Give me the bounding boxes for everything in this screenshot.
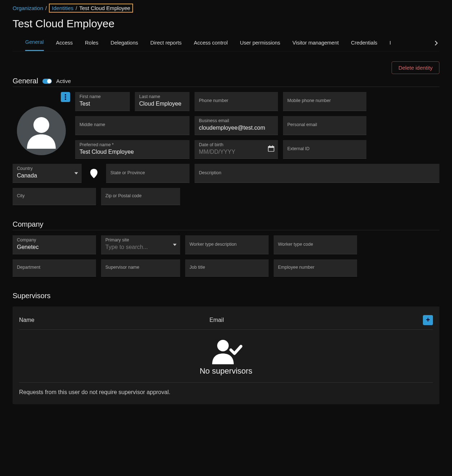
- field-label: Supervisor name: [105, 265, 176, 270]
- avatar-column: [13, 92, 70, 159]
- middle-name-field[interactable]: Middle name: [75, 116, 190, 135]
- supervisors-box: Name Email + No supervisors Requests fro…: [13, 306, 439, 404]
- field-value: Test: [79, 100, 125, 108]
- description-field[interactable]: Description: [195, 164, 439, 183]
- tab-overflow[interactable]: I: [389, 37, 391, 51]
- field-label: Employee number: [278, 265, 353, 270]
- map-pin-icon[interactable]: [87, 164, 101, 183]
- field-value: Test Cloud Employee: [79, 148, 185, 156]
- avatar[interactable]: [17, 106, 66, 155]
- tab-user-permissions[interactable]: User permissions: [240, 37, 280, 51]
- last-name-field[interactable]: Last name Cloud Employee: [135, 92, 190, 111]
- country-select[interactable]: Country Canada: [13, 164, 82, 183]
- section-header-general: General Active: [13, 77, 439, 87]
- breadcrumb: Organization / Identities / Test Cloud E…: [13, 4, 439, 13]
- tab-roles[interactable]: Roles: [85, 37, 98, 51]
- avatar-menu-button[interactable]: [61, 92, 70, 102]
- field-label: External ID: [287, 146, 362, 152]
- active-label: Active: [56, 78, 71, 84]
- primary-site-select[interactable]: Primary site Type to search...: [101, 235, 180, 254]
- field-label: State or Province: [110, 170, 185, 176]
- field-label: Company: [17, 237, 92, 243]
- personal-email-field[interactable]: Personal email: [283, 116, 366, 135]
- date-of-birth-field[interactable]: Date of birth MM/DD/YYYY: [195, 140, 278, 159]
- tab-access-control[interactable]: Access control: [194, 37, 228, 51]
- field-label: Personal email: [287, 122, 362, 128]
- tab-direct-reports[interactable]: Direct reports: [150, 37, 182, 51]
- field-label: Preferred name *: [79, 142, 185, 148]
- city-field[interactable]: City: [13, 188, 96, 205]
- supervisor-name-field[interactable]: Supervisor name: [101, 259, 180, 277]
- field-label: Mobile phone number: [287, 98, 362, 103]
- breadcrumb-current: Test Cloud Employee: [79, 5, 130, 11]
- svg-point-0: [65, 94, 66, 96]
- zip-field[interactable]: Zip or Postal code: [101, 188, 180, 205]
- svg-rect-6: [269, 145, 270, 147]
- field-label: Job title: [190, 265, 264, 270]
- chevron-down-icon: [173, 244, 177, 246]
- active-toggle[interactable]: [42, 79, 52, 84]
- tab-delegations[interactable]: Delegations: [110, 37, 138, 51]
- person-check-icon: [210, 339, 242, 364]
- tabs: General Access Roles Delegations Direct …: [13, 36, 439, 51]
- worker-type-code-field[interactable]: Worker type code: [274, 235, 357, 254]
- field-label: Country: [17, 166, 77, 171]
- field-label: Primary site: [105, 237, 176, 243]
- business-email-field[interactable]: Business email cloudemployee@test.com: [195, 116, 278, 135]
- employee-number-field[interactable]: Employee number: [274, 259, 357, 277]
- field-label: Department: [17, 265, 92, 270]
- field-label: City: [17, 193, 92, 199]
- field-label: Description: [199, 170, 435, 176]
- person-icon: [23, 113, 59, 149]
- tab-visitor-management[interactable]: Visitor management: [292, 37, 339, 51]
- col-email: Email: [209, 317, 423, 323]
- col-name: Name: [19, 317, 209, 323]
- tab-access[interactable]: Access: [56, 37, 73, 51]
- tab-credentials[interactable]: Credentials: [351, 37, 377, 51]
- field-label: Business email: [199, 118, 274, 124]
- field-placeholder: MM/DD/YYYY: [199, 148, 274, 156]
- breadcrumb-highlight: Identities / Test Cloud Employee: [49, 4, 133, 13]
- kebab-icon: [65, 94, 66, 100]
- add-supervisor-button[interactable]: +: [423, 315, 433, 325]
- mobile-phone-field[interactable]: Mobile phone number: [283, 92, 366, 111]
- supervisors-table-head: Name Email +: [19, 313, 433, 330]
- field-value: Cloud Employee: [139, 100, 185, 108]
- external-id-field[interactable]: External ID: [283, 140, 366, 159]
- field-label: Date of birth: [199, 142, 274, 148]
- preferred-name-field[interactable]: Preferred name * Test Cloud Employee: [75, 140, 190, 159]
- chevron-down-icon: [74, 172, 78, 175]
- supervisors-note: Requests from this user do not require s…: [19, 389, 433, 396]
- phone-field[interactable]: Phone number: [195, 92, 278, 111]
- worker-type-desc-field[interactable]: Worker type description: [185, 235, 269, 254]
- svg-point-8: [217, 340, 229, 351]
- company-field[interactable]: Company Genetec: [13, 235, 96, 254]
- section-title-company: Company: [13, 220, 44, 228]
- delete-identity-button[interactable]: Delete identity: [392, 61, 439, 74]
- tab-general[interactable]: General: [25, 36, 44, 51]
- field-placeholder: Type to search...: [105, 244, 176, 251]
- top-actions: Delete identity: [13, 61, 439, 74]
- first-name-field[interactable]: First name Test: [75, 92, 130, 111]
- field-label: Last name: [139, 94, 185, 100]
- section-header-supervisors: Supervisors: [13, 292, 439, 301]
- calendar-icon[interactable]: [268, 145, 274, 153]
- general-fields: First name Test Last name Cloud Employee…: [75, 92, 439, 159]
- section-title-general: General: [13, 77, 38, 85]
- svg-point-1: [65, 96, 66, 98]
- field-value: Canada: [17, 172, 77, 180]
- page-title: Test Cloud Employee: [13, 18, 439, 30]
- supervisors-empty-text: No supervisors: [200, 366, 252, 376]
- field-value: cloudemployee@test.com: [199, 124, 274, 132]
- breadcrumb-org[interactable]: Organization: [13, 5, 43, 11]
- section-title-supervisors: Supervisors: [13, 292, 51, 300]
- general-body: First name Test Last name Cloud Employee…: [13, 92, 439, 159]
- svg-point-2: [65, 98, 66, 100]
- department-field[interactable]: Department: [13, 259, 96, 277]
- breadcrumb-identities[interactable]: Identities: [52, 5, 73, 11]
- svg-rect-5: [268, 147, 274, 148]
- job-title-field[interactable]: Job title: [185, 259, 269, 277]
- chevron-right-icon[interactable]: [434, 41, 439, 47]
- field-label: Zip or Postal code: [105, 193, 176, 199]
- state-field[interactable]: State or Province: [106, 164, 190, 183]
